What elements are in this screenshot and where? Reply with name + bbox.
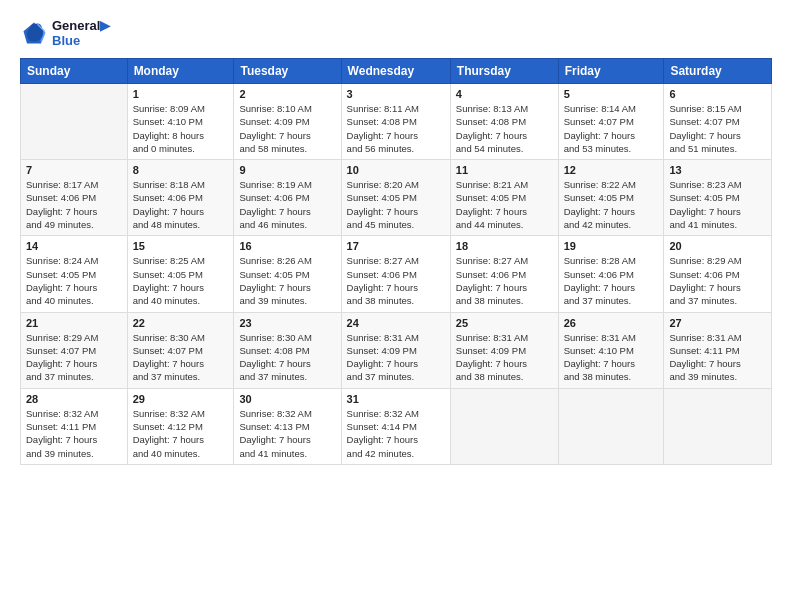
calendar-day-cell: 6Sunrise: 8:15 AMSunset: 4:07 PMDaylight… [664,84,772,160]
day-info: Sunrise: 8:31 AMSunset: 4:09 PMDaylight:… [456,331,553,384]
calendar-day-cell [664,388,772,464]
logo: General▶ Blue [20,18,110,48]
day-number: 22 [133,317,229,329]
day-number: 2 [239,88,335,100]
calendar-day-cell [21,84,128,160]
day-number: 23 [239,317,335,329]
day-number: 25 [456,317,553,329]
day-number: 7 [26,164,122,176]
day-number: 15 [133,240,229,252]
calendar-day-cell: 14Sunrise: 8:24 AMSunset: 4:05 PMDayligh… [21,236,128,312]
calendar-day-cell: 2Sunrise: 8:10 AMSunset: 4:09 PMDaylight… [234,84,341,160]
day-number: 10 [347,164,445,176]
calendar-day-cell: 28Sunrise: 8:32 AMSunset: 4:11 PMDayligh… [21,388,128,464]
day-info: Sunrise: 8:10 AMSunset: 4:09 PMDaylight:… [239,102,335,155]
calendar-day-cell: 4Sunrise: 8:13 AMSunset: 4:08 PMDaylight… [450,84,558,160]
calendar-day-cell: 13Sunrise: 8:23 AMSunset: 4:05 PMDayligh… [664,160,772,236]
calendar-week-row: 1Sunrise: 8:09 AMSunset: 4:10 PMDaylight… [21,84,772,160]
calendar-day-cell: 5Sunrise: 8:14 AMSunset: 4:07 PMDaylight… [558,84,664,160]
calendar-week-row: 28Sunrise: 8:32 AMSunset: 4:11 PMDayligh… [21,388,772,464]
calendar-day-cell: 3Sunrise: 8:11 AMSunset: 4:08 PMDaylight… [341,84,450,160]
day-info: Sunrise: 8:25 AMSunset: 4:05 PMDaylight:… [133,254,229,307]
day-info: Sunrise: 8:18 AMSunset: 4:06 PMDaylight:… [133,178,229,231]
day-number: 4 [456,88,553,100]
page: General▶ Blue SundayMondayTuesdayWednesd… [0,0,792,612]
calendar-day-cell: 19Sunrise: 8:28 AMSunset: 4:06 PMDayligh… [558,236,664,312]
day-number: 18 [456,240,553,252]
day-info: Sunrise: 8:31 AMSunset: 4:11 PMDaylight:… [669,331,766,384]
calendar-day-cell: 24Sunrise: 8:31 AMSunset: 4:09 PMDayligh… [341,312,450,388]
calendar-day-cell: 23Sunrise: 8:30 AMSunset: 4:08 PMDayligh… [234,312,341,388]
day-info: Sunrise: 8:26 AMSunset: 4:05 PMDaylight:… [239,254,335,307]
header: General▶ Blue [20,18,772,48]
calendar-day-cell: 10Sunrise: 8:20 AMSunset: 4:05 PMDayligh… [341,160,450,236]
calendar-day-cell: 31Sunrise: 8:32 AMSunset: 4:14 PMDayligh… [341,388,450,464]
day-number: 17 [347,240,445,252]
day-info: Sunrise: 8:28 AMSunset: 4:06 PMDaylight:… [564,254,659,307]
calendar-weekday-header: Sunday [21,59,128,84]
day-number: 21 [26,317,122,329]
day-number: 6 [669,88,766,100]
day-number: 13 [669,164,766,176]
day-number: 16 [239,240,335,252]
calendar-table: SundayMondayTuesdayWednesdayThursdayFrid… [20,58,772,465]
calendar-day-cell: 8Sunrise: 8:18 AMSunset: 4:06 PMDaylight… [127,160,234,236]
calendar-weekday-header: Wednesday [341,59,450,84]
calendar-day-cell: 29Sunrise: 8:32 AMSunset: 4:12 PMDayligh… [127,388,234,464]
day-number: 31 [347,393,445,405]
calendar-weekday-header: Tuesday [234,59,341,84]
day-info: Sunrise: 8:32 AMSunset: 4:11 PMDaylight:… [26,407,122,460]
day-info: Sunrise: 8:23 AMSunset: 4:05 PMDaylight:… [669,178,766,231]
calendar-week-row: 21Sunrise: 8:29 AMSunset: 4:07 PMDayligh… [21,312,772,388]
calendar-weekday-header: Monday [127,59,234,84]
calendar-day-cell: 21Sunrise: 8:29 AMSunset: 4:07 PMDayligh… [21,312,128,388]
day-number: 8 [133,164,229,176]
day-number: 3 [347,88,445,100]
day-info: Sunrise: 8:13 AMSunset: 4:08 PMDaylight:… [456,102,553,155]
day-number: 24 [347,317,445,329]
calendar-day-cell: 25Sunrise: 8:31 AMSunset: 4:09 PMDayligh… [450,312,558,388]
calendar-day-cell: 20Sunrise: 8:29 AMSunset: 4:06 PMDayligh… [664,236,772,312]
day-number: 14 [26,240,122,252]
day-info: Sunrise: 8:31 AMSunset: 4:09 PMDaylight:… [347,331,445,384]
calendar-day-cell [558,388,664,464]
day-info: Sunrise: 8:30 AMSunset: 4:08 PMDaylight:… [239,331,335,384]
day-info: Sunrise: 8:17 AMSunset: 4:06 PMDaylight:… [26,178,122,231]
day-number: 30 [239,393,335,405]
day-number: 28 [26,393,122,405]
calendar-day-cell: 9Sunrise: 8:19 AMSunset: 4:06 PMDaylight… [234,160,341,236]
day-number: 20 [669,240,766,252]
logo-text: General▶ Blue [52,18,110,48]
calendar-day-cell: 1Sunrise: 8:09 AMSunset: 4:10 PMDaylight… [127,84,234,160]
calendar-weekday-header: Thursday [450,59,558,84]
day-info: Sunrise: 8:29 AMSunset: 4:07 PMDaylight:… [26,331,122,384]
day-info: Sunrise: 8:31 AMSunset: 4:10 PMDaylight:… [564,331,659,384]
calendar-day-cell: 11Sunrise: 8:21 AMSunset: 4:05 PMDayligh… [450,160,558,236]
day-number: 9 [239,164,335,176]
day-number: 11 [456,164,553,176]
calendar-day-cell [450,388,558,464]
day-number: 12 [564,164,659,176]
day-info: Sunrise: 8:30 AMSunset: 4:07 PMDaylight:… [133,331,229,384]
calendar-day-cell: 7Sunrise: 8:17 AMSunset: 4:06 PMDaylight… [21,160,128,236]
calendar-day-cell: 16Sunrise: 8:26 AMSunset: 4:05 PMDayligh… [234,236,341,312]
day-number: 27 [669,317,766,329]
calendar-day-cell: 17Sunrise: 8:27 AMSunset: 4:06 PMDayligh… [341,236,450,312]
day-info: Sunrise: 8:21 AMSunset: 4:05 PMDaylight:… [456,178,553,231]
day-info: Sunrise: 8:27 AMSunset: 4:06 PMDaylight:… [347,254,445,307]
day-info: Sunrise: 8:20 AMSunset: 4:05 PMDaylight:… [347,178,445,231]
day-info: Sunrise: 8:24 AMSunset: 4:05 PMDaylight:… [26,254,122,307]
day-info: Sunrise: 8:09 AMSunset: 4:10 PMDaylight:… [133,102,229,155]
day-info: Sunrise: 8:19 AMSunset: 4:06 PMDaylight:… [239,178,335,231]
day-info: Sunrise: 8:11 AMSunset: 4:08 PMDaylight:… [347,102,445,155]
calendar-day-cell: 27Sunrise: 8:31 AMSunset: 4:11 PMDayligh… [664,312,772,388]
calendar-day-cell: 15Sunrise: 8:25 AMSunset: 4:05 PMDayligh… [127,236,234,312]
calendar-day-cell: 22Sunrise: 8:30 AMSunset: 4:07 PMDayligh… [127,312,234,388]
calendar-header-row: SundayMondayTuesdayWednesdayThursdayFrid… [21,59,772,84]
calendar-week-row: 14Sunrise: 8:24 AMSunset: 4:05 PMDayligh… [21,236,772,312]
calendar-weekday-header: Friday [558,59,664,84]
day-info: Sunrise: 8:27 AMSunset: 4:06 PMDaylight:… [456,254,553,307]
day-info: Sunrise: 8:14 AMSunset: 4:07 PMDaylight:… [564,102,659,155]
day-number: 1 [133,88,229,100]
calendar-day-cell: 18Sunrise: 8:27 AMSunset: 4:06 PMDayligh… [450,236,558,312]
